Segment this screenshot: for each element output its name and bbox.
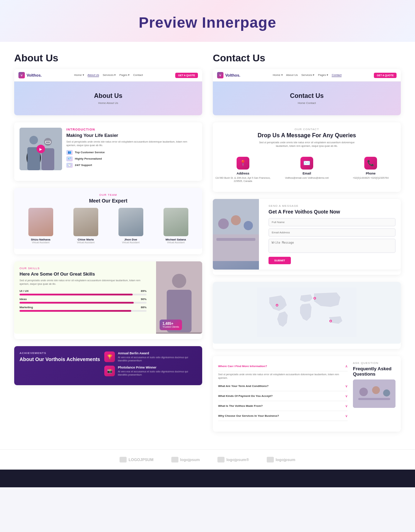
team-section: OUR TEAM Meet Our Expert Shizu Nathana V… (14, 188, 202, 249)
intro-row: ▶ INTRODUCTION Making Your Life Easier S… (20, 128, 197, 170)
faq-toggle-5: ∨ (345, 414, 348, 418)
skills-title: Here Are Some Of Our Great Skills (20, 271, 146, 277)
team-member-role-1: Virtual Assistant (20, 241, 62, 244)
about-hero-breadcrumb: Home About Us (21, 101, 195, 105)
svg-rect-15 (216, 238, 255, 241)
about-nav-logo: V Volthos. (18, 72, 42, 78)
faq-card: Where Can I Find More Information? ∧ Sed… (213, 356, 401, 432)
achieve-item-title-2: Photolance Prime Winner (118, 366, 197, 369)
svg-point-18 (276, 305, 277, 306)
achievements-card: ACHIEVEMENTS About Our Vorthois Achievem… (14, 346, 202, 385)
skills-text: OUR SKILLS Here Are Some Of Our Great Sk… (14, 261, 152, 334)
about-column: About Us V Volthos. Home ▾ About Us Serv… (14, 52, 202, 439)
phone-icon: 📞 (364, 157, 377, 170)
form-email-input[interactable] (269, 228, 395, 237)
intro-card: ▶ INTRODUCTION Making Your Life Easier S… (14, 122, 202, 181)
svg-point-14 (244, 221, 253, 230)
achieve-item-desc-1: At vero eos et accusamus et iusto odio d… (118, 356, 197, 362)
faq-toggle-1: ∧ (345, 364, 348, 368)
map-section (213, 282, 401, 344)
about-nav-cta[interactable]: GET A QUOTE (175, 73, 198, 78)
personalized-icon: 💎 (66, 156, 73, 161)
contact-nav-cta[interactable]: GET A QUOTE (374, 73, 397, 78)
form-name-input[interactable] (269, 218, 395, 226)
skill-bar-marketing: Marketing 88% (20, 306, 146, 312)
support-icon: 🕐 (66, 163, 73, 168)
svg-point-1 (29, 136, 38, 144)
skills-image: 1,485+ Trusted Clients (156, 261, 202, 334)
logo-icon: V (18, 72, 25, 78)
achieve-item-desc-2: At vero eos et accusamus et iusto odio d… (118, 370, 197, 376)
skills-section: OUR SKILLS Here Are Some Of Our Great Sk… (14, 261, 202, 334)
skill-fill-ideas (20, 302, 134, 304)
skill-bar-ideas: Ideas 90% (20, 298, 146, 304)
contact-header: OUR CONTACT Drop Us A Message For Any Qu… (213, 122, 401, 153)
team-member-role-3: Virtual Assistant (110, 241, 152, 244)
contact-info-row: 📍 Address CA 560 Bush St. & 20th Ave, Ap… (213, 153, 401, 187)
world-map (218, 287, 395, 337)
email-mail-icon: ✉️ (300, 157, 313, 170)
faq-item-5[interactable]: Why Choose Our Services In Your Business… (218, 411, 348, 421)
faq-item-3[interactable]: What Kinds Of Payment Do You Accept? ∨ (218, 391, 348, 401)
faq-item-4[interactable]: What Is The Volthos Made From? ∨ (218, 401, 348, 411)
contact-phone: 📞 Phone +02(0)1444625 +020(0)2335764 (341, 153, 401, 187)
address-pin-icon: 📍 (237, 157, 249, 170)
faq-label: ASK QUESTION (353, 361, 395, 365)
about-hero-title: About Us (21, 92, 195, 100)
intro-image: ▶ (20, 128, 62, 170)
faq-questions: Where Can I Find More Information? ∧ Sed… (218, 361, 348, 421)
team-member-name-1: Shizu Nathana (20, 238, 62, 241)
about-mini-nav: V Volthos. Home ▾ About Us Services ▾ Pa… (14, 69, 202, 82)
contact-form-content: SEND A MESSAGE Get A Free Voithos Quote … (263, 199, 401, 270)
customer-service-icon: 👥 (66, 150, 73, 155)
contact-column: Contact Us V Volthos. Home ▾ About Us Se… (213, 52, 401, 439)
faq-toggle-2: ∨ (345, 384, 348, 388)
team-member-1: Shizu Nathana Virtual Assistant (20, 208, 62, 244)
contact-form-image (213, 199, 259, 270)
team-member-2: Chloe Maria Virtual Assistant (65, 208, 107, 244)
logos-footer: LOGOJPSUM logojpsum logojpsum® logojpsum (0, 449, 415, 470)
team-title: Meet Our Expert (20, 198, 197, 204)
play-button[interactable]: ▶ (37, 145, 45, 153)
team-photo-2 (73, 208, 98, 236)
skills-desc: Sed ut perspiciatis unde omnis iste natu… (20, 279, 146, 286)
svg-point-25 (372, 386, 380, 394)
faq-item-1[interactable]: Where Can I Find More Information? ∧ (218, 361, 348, 371)
team-member-role-2: Virtual Assistant (65, 241, 107, 244)
intro-text: INTRODUCTION Making Your Life Easier Sed… (66, 128, 197, 170)
photo-icon: 📸 (104, 366, 115, 376)
skill-bar-ui: UI / UX 89% (20, 289, 146, 295)
achieve-item-2: 📸 Photolance Prime Winner At vero eos et… (104, 366, 197, 376)
form-message-textarea[interactable] (269, 239, 395, 253)
contact-nav-logo: V Volthos. (217, 72, 240, 78)
contact-nav-links: Home ▾ About Us Services ▾ Pages ▾ Conta… (273, 73, 342, 77)
logo-3: logojpsum® (217, 457, 249, 462)
contact-heading: Drop Us A Message For Any Queries (218, 132, 395, 139)
svg-point-20 (314, 298, 315, 299)
form-submit-button[interactable]: SUBMIT (269, 257, 291, 264)
achieve-item-1: 🏆 Annual Berlin Award At vero eos et acc… (104, 351, 197, 362)
skills-card: OUR SKILLS Here Are Some Of Our Great Sk… (14, 261, 202, 339)
contact-hero-title: Contact Us (220, 92, 394, 100)
svg-point-24 (359, 388, 368, 396)
faq-section: Where Can I Find More Information? ∧ Sed… (218, 361, 395, 421)
about-section-title: About Us (14, 52, 202, 64)
achieve-items: 🏆 Annual Berlin Award At vero eos et acc… (104, 351, 197, 380)
about-hero-banner: About Us Home About Us (14, 82, 202, 115)
svg-point-26 (383, 389, 390, 397)
page-title: Preview Innerpage (7, 14, 408, 31)
faq-item-2[interactable]: What Are Your Term And Conditions? ∨ (218, 381, 348, 391)
team-photo-3 (118, 208, 143, 236)
achieve-label: ACHIEVEMENTS (20, 351, 100, 355)
achieve-title: About Our Vorthois Achievements (20, 356, 100, 362)
contact-description: Sed ut perspiciatis unde omnis iste natu… (257, 141, 356, 148)
logo-shape-3 (217, 457, 225, 462)
achieve-item-title-1: Annual Berlin Award (118, 351, 197, 355)
logo-1: LOGOJPSUM (120, 457, 153, 462)
intro-label: INTRODUCTION (66, 128, 197, 131)
address-value: CA 560 Bush St. & 20th Ave, Apt 5 San Fr… (215, 176, 271, 183)
award-icon: 🏆 (104, 351, 115, 362)
logo-2: logojpsum (171, 457, 200, 462)
contact-hero-breadcrumb: Home Contact (220, 101, 394, 105)
logo-4: logojpsum (267, 457, 295, 462)
